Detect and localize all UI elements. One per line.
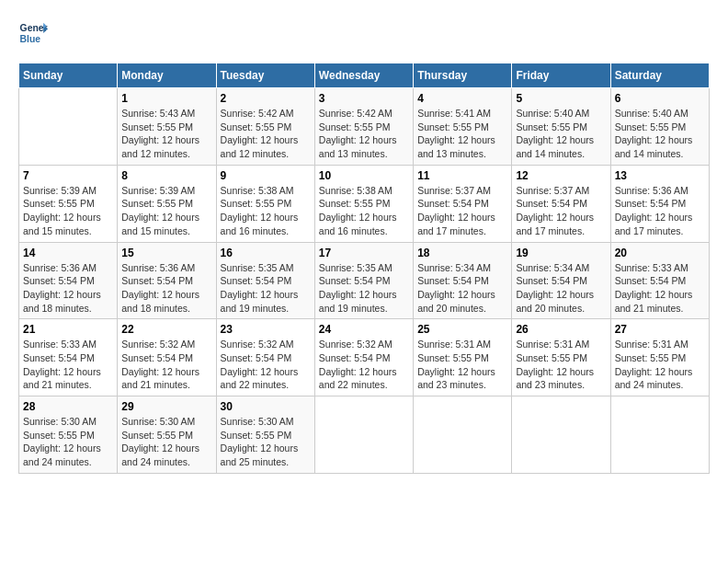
calendar-cell: 19Sunrise: 5:34 AM Sunset: 5:54 PM Dayli… <box>512 242 610 319</box>
day-info: Sunrise: 5:33 AM Sunset: 5:54 PM Dayligh… <box>23 338 113 392</box>
calendar-cell: 5Sunrise: 5:40 AM Sunset: 5:55 PM Daylig… <box>512 88 610 166</box>
day-info: Sunrise: 5:43 AM Sunset: 5:55 PM Dayligh… <box>121 107 211 161</box>
calendar-cell: 30Sunrise: 5:30 AM Sunset: 5:55 PM Dayli… <box>216 396 314 474</box>
day-number: 8 <box>121 169 211 182</box>
day-info: Sunrise: 5:39 AM Sunset: 5:55 PM Dayligh… <box>121 184 211 238</box>
day-number: 29 <box>121 400 211 413</box>
calendar-cell <box>610 396 709 474</box>
calendar-week-row: 7Sunrise: 5:39 AM Sunset: 5:55 PM Daylig… <box>19 165 710 242</box>
calendar-cell: 13Sunrise: 5:36 AM Sunset: 5:54 PM Dayli… <box>610 165 709 242</box>
calendar-cell: 28Sunrise: 5:30 AM Sunset: 5:55 PM Dayli… <box>19 396 118 474</box>
day-info: Sunrise: 5:32 AM Sunset: 5:54 PM Dayligh… <box>319 338 409 392</box>
calendar-cell <box>512 396 610 474</box>
day-number: 15 <box>121 247 211 259</box>
day-of-week-header: Saturday <box>610 63 709 88</box>
calendar-cell: 20Sunrise: 5:33 AM Sunset: 5:54 PM Dayli… <box>610 242 709 319</box>
calendar-cell: 2Sunrise: 5:42 AM Sunset: 5:55 PM Daylig… <box>216 88 314 166</box>
calendar-cell: 29Sunrise: 5:30 AM Sunset: 5:55 PM Dayli… <box>118 396 216 474</box>
day-number: 24 <box>319 323 409 336</box>
calendar-cell: 18Sunrise: 5:34 AM Sunset: 5:54 PM Dayli… <box>414 242 512 319</box>
day-of-week-header: Thursday <box>414 63 512 88</box>
day-number: 20 <box>615 247 705 259</box>
day-info: Sunrise: 5:30 AM Sunset: 5:55 PM Dayligh… <box>221 415 311 469</box>
day-info: Sunrise: 5:30 AM Sunset: 5:55 PM Dayligh… <box>23 415 113 469</box>
day-info: Sunrise: 5:34 AM Sunset: 5:54 PM Dayligh… <box>516 261 606 316</box>
day-number: 25 <box>417 323 507 336</box>
day-number: 18 <box>417 247 507 259</box>
day-of-week-header: Tuesday <box>216 63 314 88</box>
day-info: Sunrise: 5:31 AM Sunset: 5:55 PM Dayligh… <box>615 338 705 392</box>
calendar-cell: 11Sunrise: 5:37 AM Sunset: 5:54 PM Dayli… <box>414 165 512 242</box>
day-number: 10 <box>319 169 409 182</box>
day-number: 9 <box>221 169 311 182</box>
day-info: Sunrise: 5:31 AM Sunset: 5:55 PM Dayligh… <box>516 338 606 392</box>
day-info: Sunrise: 5:40 AM Sunset: 5:55 PM Dayligh… <box>516 107 606 161</box>
day-info: Sunrise: 5:35 AM Sunset: 5:54 PM Dayligh… <box>319 261 409 316</box>
page-header: General Blue <box>18 18 710 48</box>
day-number: 7 <box>23 169 113 182</box>
calendar-cell: 8Sunrise: 5:39 AM Sunset: 5:55 PM Daylig… <box>118 165 216 242</box>
day-info: Sunrise: 5:30 AM Sunset: 5:55 PM Dayligh… <box>121 415 211 469</box>
day-number: 12 <box>516 169 606 182</box>
day-of-week-header: Monday <box>118 63 216 88</box>
calendar-cell: 26Sunrise: 5:31 AM Sunset: 5:55 PM Dayli… <box>512 319 610 396</box>
calendar-cell <box>19 88 118 166</box>
day-info: Sunrise: 5:41 AM Sunset: 5:55 PM Dayligh… <box>417 107 507 161</box>
day-number: 2 <box>221 92 311 105</box>
day-info: Sunrise: 5:33 AM Sunset: 5:54 PM Dayligh… <box>615 261 705 316</box>
day-info: Sunrise: 5:42 AM Sunset: 5:55 PM Dayligh… <box>221 107 311 161</box>
calendar-cell: 23Sunrise: 5:32 AM Sunset: 5:54 PM Dayli… <box>216 319 314 396</box>
calendar-cell: 16Sunrise: 5:35 AM Sunset: 5:54 PM Dayli… <box>216 242 314 319</box>
day-info: Sunrise: 5:40 AM Sunset: 5:55 PM Dayligh… <box>615 107 705 161</box>
calendar-cell: 24Sunrise: 5:32 AM Sunset: 5:54 PM Dayli… <box>314 319 413 396</box>
day-number: 5 <box>516 92 606 105</box>
day-info: Sunrise: 5:31 AM Sunset: 5:55 PM Dayligh… <box>417 338 507 392</box>
day-number: 16 <box>221 247 311 259</box>
day-number: 17 <box>319 247 409 259</box>
calendar-cell: 25Sunrise: 5:31 AM Sunset: 5:55 PM Dayli… <box>414 319 512 396</box>
day-info: Sunrise: 5:34 AM Sunset: 5:54 PM Dayligh… <box>417 261 507 316</box>
calendar-week-row: 14Sunrise: 5:36 AM Sunset: 5:54 PM Dayli… <box>19 242 710 319</box>
day-number: 27 <box>615 323 705 336</box>
calendar-week-row: 21Sunrise: 5:33 AM Sunset: 5:54 PM Dayli… <box>19 319 710 396</box>
day-number: 6 <box>615 92 705 105</box>
calendar-cell: 6Sunrise: 5:40 AM Sunset: 5:55 PM Daylig… <box>610 88 709 166</box>
calendar-body: 1Sunrise: 5:43 AM Sunset: 5:55 PM Daylig… <box>19 88 710 474</box>
day-number: 21 <box>23 323 113 336</box>
day-number: 19 <box>516 247 606 259</box>
day-number: 22 <box>121 323 211 336</box>
day-number: 28 <box>23 400 113 413</box>
calendar-cell: 7Sunrise: 5:39 AM Sunset: 5:55 PM Daylig… <box>19 165 118 242</box>
day-number: 13 <box>615 169 705 182</box>
day-info: Sunrise: 5:36 AM Sunset: 5:54 PM Dayligh… <box>615 184 705 238</box>
calendar-cell: 17Sunrise: 5:35 AM Sunset: 5:54 PM Dayli… <box>314 242 413 319</box>
calendar-cell: 3Sunrise: 5:42 AM Sunset: 5:55 PM Daylig… <box>314 88 413 166</box>
day-info: Sunrise: 5:36 AM Sunset: 5:54 PM Dayligh… <box>121 261 211 316</box>
calendar-header-row: SundayMondayTuesdayWednesdayThursdayFrid… <box>19 63 710 88</box>
day-number: 1 <box>121 92 211 105</box>
day-of-week-header: Friday <box>512 63 610 88</box>
day-number: 26 <box>516 323 606 336</box>
calendar-cell: 10Sunrise: 5:38 AM Sunset: 5:55 PM Dayli… <box>314 165 413 242</box>
day-of-week-header: Wednesday <box>314 63 413 88</box>
logo: General Blue <box>18 18 51 48</box>
calendar-cell: 12Sunrise: 5:37 AM Sunset: 5:54 PM Dayli… <box>512 165 610 242</box>
day-info: Sunrise: 5:42 AM Sunset: 5:55 PM Dayligh… <box>319 107 409 161</box>
calendar-cell: 14Sunrise: 5:36 AM Sunset: 5:54 PM Dayli… <box>19 242 118 319</box>
calendar-cell: 15Sunrise: 5:36 AM Sunset: 5:54 PM Dayli… <box>118 242 216 319</box>
calendar-table: SundayMondayTuesdayWednesdayThursdayFrid… <box>18 63 710 474</box>
day-number: 3 <box>319 92 409 105</box>
day-info: Sunrise: 5:38 AM Sunset: 5:55 PM Dayligh… <box>319 184 409 238</box>
svg-text:Blue: Blue <box>20 34 41 44</box>
calendar-cell: 1Sunrise: 5:43 AM Sunset: 5:55 PM Daylig… <box>118 88 216 166</box>
calendar-cell: 9Sunrise: 5:38 AM Sunset: 5:55 PM Daylig… <box>216 165 314 242</box>
day-info: Sunrise: 5:37 AM Sunset: 5:54 PM Dayligh… <box>516 184 606 238</box>
day-info: Sunrise: 5:32 AM Sunset: 5:54 PM Dayligh… <box>121 338 211 392</box>
day-of-week-header: Sunday <box>19 63 118 88</box>
day-info: Sunrise: 5:35 AM Sunset: 5:54 PM Dayligh… <box>221 261 311 316</box>
calendar-week-row: 28Sunrise: 5:30 AM Sunset: 5:55 PM Dayli… <box>19 396 710 474</box>
logo-icon: General Blue <box>18 18 48 48</box>
day-number: 11 <box>417 169 507 182</box>
calendar-week-row: 1Sunrise: 5:43 AM Sunset: 5:55 PM Daylig… <box>19 88 710 166</box>
day-info: Sunrise: 5:32 AM Sunset: 5:54 PM Dayligh… <box>221 338 311 392</box>
